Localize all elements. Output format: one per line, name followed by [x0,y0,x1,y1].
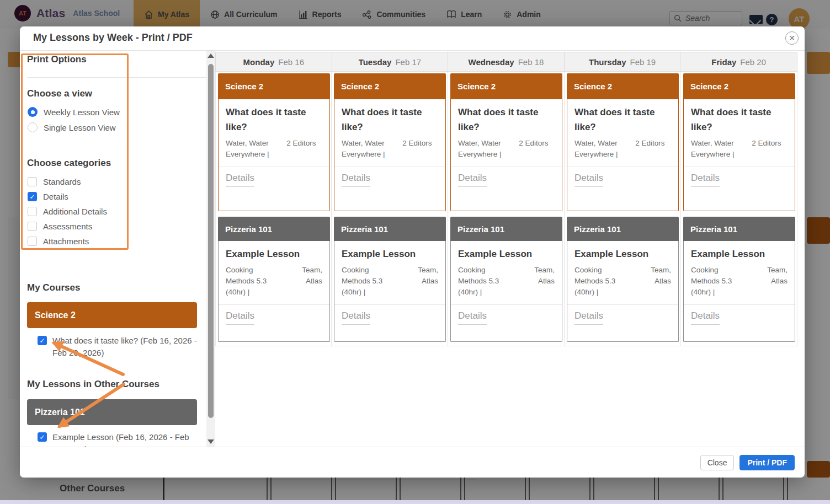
details-link[interactable]: Details [226,173,254,187]
lesson-title: What does it taste like? [334,99,445,137]
lesson-card-science: Science 2 What does it taste like? Water… [683,73,795,211]
card-course-label: Pizzeria 101 [218,217,330,241]
checkbox-additional-details[interactable]: Additional Details [28,207,107,216]
card-course-label: Science 2 [218,73,330,99]
card-course-label: Science 2 [450,73,562,99]
details-link[interactable]: Details [458,310,487,325]
checkbox-attachments[interactable]: Attachments [28,237,89,246]
screen: AT Atlas Atlas School My Atlas All Curri… [0,0,830,504]
lesson-label[interactable]: Example Lesson (Feb 16, 2026 - Feb 20, 2… [52,431,199,447]
editors-label: Team, Atlas [752,265,788,298]
divider [684,304,795,305]
checkbox-label[interactable]: Attachments [43,237,89,246]
lesson-card-science: Science 2 What does it taste like? Water… [218,73,330,211]
divider [219,304,329,305]
checkbox-icon[interactable] [38,336,47,345]
print-pdf-button[interactable]: Print / PDF [739,455,795,470]
card-course-label: Science 2 [334,73,446,99]
close-icon[interactable]: ✕ [785,31,799,45]
card-course-label: Science 2 [567,73,679,99]
checkbox-icon[interactable] [38,432,47,442]
editors-label: Team, Atlas [402,265,438,298]
lesson-card-science: Science 2 What does it taste like? Water… [334,73,446,211]
divider [451,167,562,167]
course-bar-pizzeria-101: Pizzeria 101 [27,399,197,425]
unit-label: Cooking Methods 5.3 (40hr) | [458,265,516,298]
divider [567,167,678,167]
lesson-title: What does it taste like? [684,99,795,137]
checkbox-details[interactable]: Details [28,192,68,201]
checkbox-standards[interactable]: Standards [28,177,81,186]
scrollbar-thumb[interactable] [208,64,214,418]
checkbox-label[interactable]: Assessments [43,222,92,231]
lesson-title: What does it taste like? [219,99,329,137]
radio-weekly-lesson-view[interactable]: Weekly Lesson View [28,107,120,117]
lesson-checkbox-row[interactable]: Example Lesson (Feb 16, 2026 - Feb 20, 2… [38,431,199,447]
my-courses-heading: My Courses [27,282,80,293]
lesson-card-pizzeria: Pizzeria 101 Example Lesson Cooking Meth… [334,217,446,342]
radio-icon[interactable] [28,122,38,132]
day-header-friday: Friday Feb 20 [680,52,797,71]
details-link[interactable]: Details [691,173,720,187]
checkbox-icon[interactable] [28,207,37,216]
divider [451,304,562,305]
checkbox-assessments[interactable]: Assessments [28,222,92,231]
day-name: Wednesday [469,57,514,67]
divider [334,167,445,167]
choose-view-heading: Choose a view [27,88,92,99]
unit-label: Water, Water Everywhere | [458,138,516,160]
checkbox-icon[interactable] [28,177,37,186]
divider [219,167,329,167]
radio-label[interactable]: Single Lesson View [44,123,116,132]
lesson-title: Example Lesson [684,241,795,264]
unit-label: Water, Water Everywhere | [226,138,284,160]
card-course-label: Science 2 [683,73,795,99]
bottom-edge-strip [0,500,830,504]
close-button[interactable]: Close [700,455,735,470]
checkbox-label[interactable]: Additional Details [43,207,107,216]
lesson-label[interactable]: What does it taste like? (Feb 16, 2026 -… [52,335,199,359]
day-column-wednesday: Science 2 What does it taste like? Water… [448,72,565,346]
details-link[interactable]: Details [574,173,603,187]
day-column-tuesday: Science 2 What does it taste like? Water… [332,72,448,346]
editors-label: 2 Editors [752,138,788,160]
unit-label: Water, Water Everywhere | [691,138,749,160]
radio-icon[interactable] [28,107,38,117]
day-header-thursday: Thursday Feb 19 [565,52,681,71]
details-link[interactable]: Details [342,310,370,325]
lesson-title: Example Lesson [567,241,678,264]
day-column-monday: Science 2 What does it taste like? Water… [215,72,332,346]
scroll-up-icon[interactable] [208,53,214,58]
details-link[interactable]: Details [342,173,370,187]
divider [334,304,445,305]
radio-single-lesson-view[interactable]: Single Lesson View [28,122,116,132]
details-link[interactable]: Details [458,173,487,187]
details-link[interactable]: Details [574,310,603,325]
sidebar-scrollbar[interactable] [206,51,215,447]
scroll-down-icon[interactable] [208,439,214,444]
week-calendar: Monday Feb 16 Tuesday Feb 17 Wednesday F… [215,51,797,447]
unit-label: Water, Water Everywhere | [574,138,632,160]
other-courses-heading: My Lessons in Other Courses [27,379,159,390]
lesson-checkbox-row[interactable]: What does it taste like? (Feb 16, 2026 -… [38,335,199,359]
day-column-thursday: Science 2 What does it taste like? Water… [565,72,681,346]
unit-label: Cooking Methods 5.3 (40hr) | [226,265,284,298]
radio-label[interactable]: Weekly Lesson View [44,108,120,117]
day-date: Feb 16 [278,57,304,67]
checkbox-icon[interactable] [28,222,37,231]
editors-label: 2 Editors [402,138,438,160]
lesson-card-pizzeria: Pizzeria 101 Example Lesson Cooking Meth… [450,217,562,342]
checkbox-label[interactable]: Details [43,192,68,201]
day-name: Thursday [589,57,626,67]
editors-label: 2 Editors [519,138,555,160]
details-link[interactable]: Details [226,310,254,325]
checkbox-label[interactable]: Standards [43,177,81,186]
checkbox-icon[interactable] [28,192,37,201]
modal-header: My Lessons by Week - Print / PDF ✕ [20,26,805,51]
editors-label: 2 Editors [286,138,322,160]
details-link[interactable]: Details [691,310,720,325]
unit-label: Cooking Methods 5.3 (40hr) | [574,265,632,298]
checkbox-icon[interactable] [28,237,37,246]
lesson-card-pizzeria: Pizzeria 101 Example Lesson Cooking Meth… [218,217,330,342]
editors-label: Team, Atlas [519,265,555,298]
